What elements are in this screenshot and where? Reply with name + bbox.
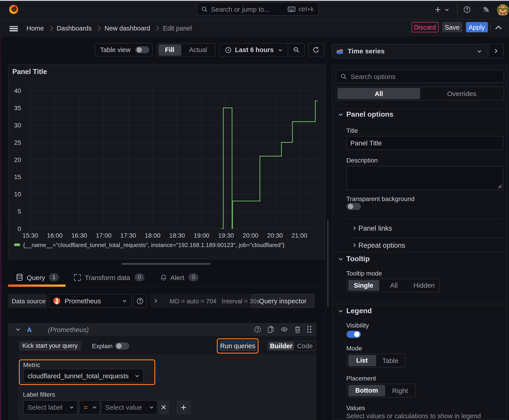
svg-text:16:00: 16:00 bbox=[47, 232, 62, 239]
svg-text:18:30: 18:30 bbox=[169, 232, 185, 239]
svg-text:30: 30 bbox=[14, 122, 21, 129]
svg-text:17:30: 17:30 bbox=[120, 232, 136, 239]
svg-text:18:00: 18:00 bbox=[144, 232, 160, 239]
svg-text:19:00: 19:00 bbox=[193, 232, 209, 239]
svg-text:15:30: 15:30 bbox=[22, 232, 38, 239]
svg-text:15: 15 bbox=[14, 173, 21, 180]
svg-text:20: 20 bbox=[14, 156, 21, 163]
svg-text:19:30: 19:30 bbox=[218, 232, 234, 239]
svg-text:17:00: 17:00 bbox=[96, 232, 111, 239]
svg-text:{__name__="cloudflared_tunnel_: {__name__="cloudflared_tunnel_total_requ… bbox=[23, 242, 284, 248]
svg-text:25: 25 bbox=[14, 139, 21, 146]
svg-text:21:00: 21:00 bbox=[291, 232, 307, 239]
svg-text:5: 5 bbox=[17, 208, 21, 215]
svg-text:16:30: 16:30 bbox=[71, 232, 87, 239]
svg-text:0: 0 bbox=[17, 225, 21, 232]
svg-text:20:00: 20:00 bbox=[242, 232, 258, 239]
svg-text:40: 40 bbox=[14, 87, 21, 94]
svg-text:10: 10 bbox=[14, 191, 21, 198]
svg-text:35: 35 bbox=[14, 105, 21, 112]
svg-text:20:30: 20:30 bbox=[267, 232, 282, 239]
